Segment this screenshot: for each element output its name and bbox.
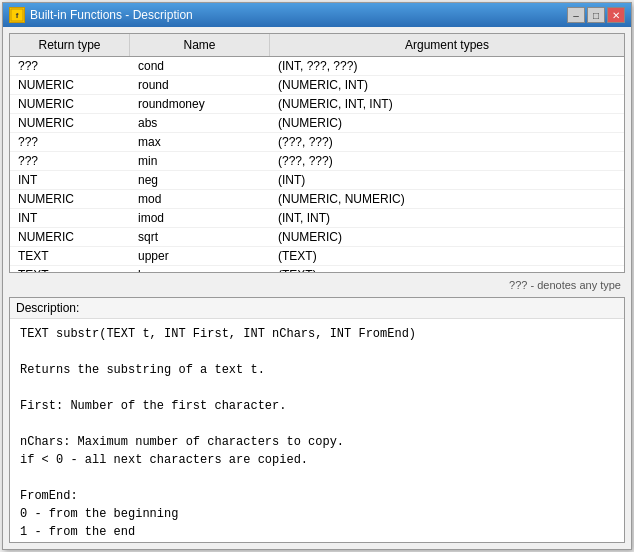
table-row[interactable]: INTimod(INT, INT) xyxy=(10,209,624,228)
cell-return-type: NUMERIC xyxy=(10,76,130,94)
title-buttons: – □ ✕ xyxy=(567,7,625,23)
cell-args: (NUMERIC) xyxy=(270,114,624,132)
cell-name: imod xyxy=(130,209,270,227)
cell-name: mod xyxy=(130,190,270,208)
title-bar-left: f Built-in Functions - Description xyxy=(9,7,193,23)
table-row[interactable]: NUMERICround(NUMERIC, INT) xyxy=(10,76,624,95)
main-window: f Built-in Functions - Description – □ ✕… xyxy=(2,2,632,550)
cell-return-type: NUMERIC xyxy=(10,95,130,113)
table-row[interactable]: NUMERICabs(NUMERIC) xyxy=(10,114,624,133)
cell-name: sqrt xyxy=(130,228,270,246)
col-name: Name xyxy=(130,34,270,56)
cell-name: min xyxy=(130,152,270,170)
cell-name: max xyxy=(130,133,270,151)
description-text[interactable]: TEXT substr(TEXT t, INT First, INT nChar… xyxy=(10,319,624,542)
table-header: Return type Name Argument types xyxy=(10,34,624,57)
cell-args: (INT, ???, ???) xyxy=(270,57,624,75)
cell-args: (INT, INT) xyxy=(270,209,624,227)
svg-text:f: f xyxy=(16,11,19,20)
cell-return-type: NUMERIC xyxy=(10,114,130,132)
functions-table: Return type Name Argument types ???cond(… xyxy=(9,33,625,273)
title-bar: f Built-in Functions - Description – □ ✕ xyxy=(3,3,631,27)
maximize-button[interactable]: □ xyxy=(587,7,605,23)
table-row[interactable]: TEXTlower(TEXT) xyxy=(10,266,624,272)
cell-return-type: INT xyxy=(10,209,130,227)
hint-line: ??? - denotes any type xyxy=(9,277,625,293)
cell-args: (TEXT) xyxy=(270,247,624,265)
cell-args: (NUMERIC, INT, INT) xyxy=(270,95,624,113)
content-area: Return type Name Argument types ???cond(… xyxy=(3,27,631,549)
cell-return-type: INT xyxy=(10,171,130,189)
table-row[interactable]: ???cond(INT, ???, ???) xyxy=(10,57,624,76)
cell-name: lower xyxy=(130,266,270,272)
cell-args: (INT) xyxy=(270,171,624,189)
cell-name: abs xyxy=(130,114,270,132)
cell-return-type: NUMERIC xyxy=(10,190,130,208)
col-args: Argument types xyxy=(270,34,624,56)
cell-args: (TEXT) xyxy=(270,266,624,272)
cell-return-type: TEXT xyxy=(10,266,130,272)
table-row[interactable]: ???min(???, ???) xyxy=(10,152,624,171)
cell-args: (???, ???) xyxy=(270,133,624,151)
cell-name: neg xyxy=(130,171,270,189)
table-body[interactable]: ???cond(INT, ???, ???)NUMERICround(NUMER… xyxy=(10,57,624,272)
cell-return-type: ??? xyxy=(10,152,130,170)
table-row[interactable]: ???max(???, ???) xyxy=(10,133,624,152)
window-icon: f xyxy=(9,7,25,23)
cell-args: (NUMERIC) xyxy=(270,228,624,246)
col-return-type: Return type xyxy=(10,34,130,56)
cell-name: cond xyxy=(130,57,270,75)
description-label: Description: xyxy=(10,298,624,319)
cell-args: (???, ???) xyxy=(270,152,624,170)
cell-name: upper xyxy=(130,247,270,265)
window-title: Built-in Functions - Description xyxy=(30,8,193,22)
table-row[interactable]: NUMERICroundmoney(NUMERIC, INT, INT) xyxy=(10,95,624,114)
cell-return-type: ??? xyxy=(10,133,130,151)
cell-name: roundmoney xyxy=(130,95,270,113)
minimize-button[interactable]: – xyxy=(567,7,585,23)
cell-return-type: ??? xyxy=(10,57,130,75)
cell-args: (NUMERIC, NUMERIC) xyxy=(270,190,624,208)
description-section: Description: TEXT substr(TEXT t, INT Fir… xyxy=(9,297,625,543)
table-row[interactable]: NUMERICmod(NUMERIC, NUMERIC) xyxy=(10,190,624,209)
cell-name: round xyxy=(130,76,270,94)
cell-return-type: NUMERIC xyxy=(10,228,130,246)
cell-return-type: TEXT xyxy=(10,247,130,265)
table-row[interactable]: NUMERICsqrt(NUMERIC) xyxy=(10,228,624,247)
close-button[interactable]: ✕ xyxy=(607,7,625,23)
table-row[interactable]: TEXTupper(TEXT) xyxy=(10,247,624,266)
cell-args: (NUMERIC, INT) xyxy=(270,76,624,94)
table-row[interactable]: INTneg(INT) xyxy=(10,171,624,190)
